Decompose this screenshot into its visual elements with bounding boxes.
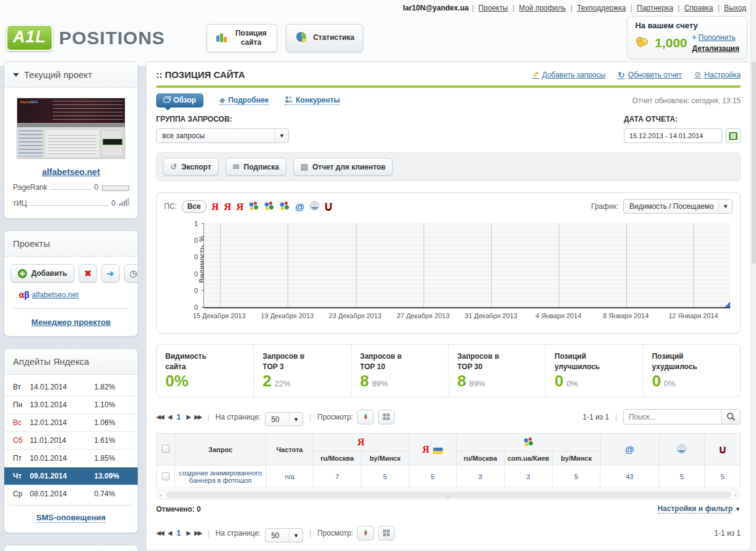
position-cell: 5 bbox=[553, 466, 600, 488]
refresh-report-link[interactable]: ↻Обновить отчет bbox=[618, 70, 682, 80]
settings-link[interactable]: ⚙Настройка bbox=[694, 70, 741, 79]
topbar-link-support[interactable]: Техподдержка bbox=[577, 4, 626, 12]
top-zone: Iar10N@yandex.ua | Проекты | Мой профиль… bbox=[0, 0, 756, 66]
metaua-icon: U bbox=[719, 444, 726, 455]
scroll-left-arrow[interactable]: ‹ bbox=[157, 491, 165, 499]
app-logo[interactable]: A1L POSITIONS bbox=[6, 25, 165, 51]
row-checkbox[interactable] bbox=[162, 472, 170, 480]
graph-type-select[interactable]: Видимость / Посещаемо ▼ bbox=[623, 199, 733, 214]
column-yandex-by[interactable]: by/Минск bbox=[361, 451, 409, 466]
page-scrollbar-thumb[interactable] bbox=[752, 61, 756, 264]
add-queries-link[interactable]: ✎Добавить запросы bbox=[532, 70, 605, 79]
current-page[interactable]: 1 bbox=[176, 412, 181, 421]
subscribe-button[interactable]: ✉Подписка bbox=[226, 158, 286, 176]
nav-statistics-button[interactable]: Статистика bbox=[286, 24, 363, 52]
position-cell: 5 bbox=[361, 466, 409, 488]
yandex-ru-icon[interactable]: Я bbox=[211, 201, 219, 212]
nav-statistics-label: Статистика bbox=[313, 33, 354, 42]
current-page[interactable]: 1 bbox=[176, 528, 181, 537]
first-page-button[interactable]: ◀◀ bbox=[156, 530, 163, 536]
projects-box: Проекты Добавить ✖ ➜ ◷ ⌞ αβ alfabetseo.n… bbox=[4, 230, 138, 337]
selected-count: Отмечено: 0 bbox=[156, 505, 201, 514]
client-report-button[interactable]: ▤Отчет для клиентов bbox=[293, 158, 393, 176]
mailru-icon[interactable]: @ bbox=[294, 202, 305, 211]
prev-page-button[interactable]: ◀ bbox=[167, 413, 171, 420]
search-button[interactable] bbox=[721, 410, 740, 424]
column-query[interactable]: Запрос bbox=[175, 434, 266, 466]
topbar-link-logout[interactable]: Выход bbox=[724, 4, 746, 12]
scrollbar-thumb[interactable]: ||| bbox=[166, 492, 731, 498]
expand-rows-button[interactable]: ▲▼ bbox=[357, 526, 374, 541]
topbar-link-partner[interactable]: Партнерка bbox=[637, 4, 673, 12]
column-google-ru[interactable]: ru/Москва bbox=[456, 451, 504, 466]
chart-resize-handle[interactable] bbox=[725, 302, 730, 307]
horizontal-scrollbar[interactable]: ‹ ||| › bbox=[156, 490, 741, 499]
rambler-icon[interactable] bbox=[310, 201, 320, 213]
stat-worsened: Позиций ухудшилось 00% bbox=[643, 345, 740, 397]
next-page-button[interactable]: ▶ bbox=[186, 530, 190, 536]
topbar-link-profile[interactable]: Мой профиль bbox=[519, 4, 566, 12]
per-page-select[interactable]: 50 ▼ bbox=[265, 528, 303, 542]
column-google-by[interactable]: by/Минск bbox=[553, 451, 600, 466]
topbar-link-help[interactable]: Справка bbox=[684, 4, 713, 12]
column-yandex-ru[interactable]: ru/Москва bbox=[313, 451, 361, 466]
tab-competitors[interactable]: Конкуренты bbox=[285, 96, 340, 105]
last-page-button[interactable]: ▶▶ bbox=[194, 530, 201, 536]
per-page-select[interactable]: 50 ▼ bbox=[265, 412, 303, 426]
site-thumbnail[interactable]: AlphaSEO bbox=[17, 98, 125, 159]
topbar-link-projects[interactable]: Проекты bbox=[478, 4, 508, 12]
tic-label: тИЦ bbox=[13, 199, 27, 208]
column-google-ua[interactable]: com.ua/Киев bbox=[505, 451, 553, 466]
google-ru-icon[interactable] bbox=[248, 201, 259, 213]
grid-view-button[interactable] bbox=[378, 410, 395, 424]
column-frequency[interactable]: Частота bbox=[266, 434, 313, 466]
scroll-right-arrow[interactable]: › bbox=[731, 491, 740, 499]
date-range-input[interactable]: 15.12.2013 - 14.01.2014 bbox=[624, 128, 722, 143]
settings-filter-link[interactable]: Настройки и фильтр bbox=[658, 504, 733, 514]
accent-divider bbox=[156, 85, 741, 88]
calendar-button[interactable] bbox=[726, 128, 741, 143]
select-all-checkbox[interactable] bbox=[162, 445, 170, 453]
pie-chart-icon bbox=[295, 31, 307, 45]
nav-positions-button[interactable]: Позиция сайта bbox=[207, 24, 277, 52]
query-group-label: ГРУППА ЗАПРОСОВ: bbox=[156, 115, 289, 123]
delete-project-button[interactable]: ✖ bbox=[79, 264, 97, 283]
next-page-button[interactable]: ▶ bbox=[186, 413, 190, 420]
details-link[interactable]: Детализация bbox=[692, 44, 739, 53]
topup-link[interactable]: Пополнить bbox=[698, 33, 735, 42]
plus-circle-icon bbox=[18, 269, 27, 278]
grid-view-button[interactable] bbox=[378, 526, 395, 541]
current-site-link[interactable]: alfabetseo.net bbox=[42, 167, 100, 177]
project-site-link[interactable]: alfabetseo.net bbox=[32, 291, 78, 299]
query-group-select[interactable]: все запросы ▼ bbox=[156, 128, 289, 143]
project-manager-link[interactable]: Менеджер проектов bbox=[31, 318, 111, 327]
calendar-icon bbox=[729, 132, 738, 140]
metaua-icon[interactable]: U bbox=[325, 201, 332, 212]
last-page-button[interactable]: ▶▶ bbox=[194, 413, 201, 420]
search-input[interactable] bbox=[624, 410, 721, 424]
query-cell[interactable]: создание анимированного баннера в фотошо… bbox=[175, 466, 266, 488]
yandex-by-icon[interactable]: Я bbox=[224, 201, 231, 212]
history-button[interactable]: ◷ bbox=[124, 264, 138, 283]
details-icon: ◈ bbox=[219, 96, 225, 104]
page-scrollbar[interactable] bbox=[750, 0, 756, 551]
table-row: создание анимированного баннера в фотошо… bbox=[157, 466, 741, 488]
tab-overview[interactable]: Обзор bbox=[156, 93, 203, 107]
graph-label: График: bbox=[591, 202, 618, 211]
position-cell: 43 bbox=[600, 466, 660, 488]
bar-chart-icon bbox=[216, 31, 228, 44]
add-project-button[interactable]: Добавить bbox=[10, 264, 74, 283]
sms-alerts-link[interactable]: SMS-оповещения bbox=[36, 513, 106, 523]
all-engines-button[interactable]: Все bbox=[182, 200, 207, 213]
envelope-icon: ✉ bbox=[233, 162, 240, 171]
prev-page-button[interactable]: ◀ bbox=[167, 530, 171, 536]
current-project-header[interactable]: Текущий проект bbox=[4, 62, 138, 88]
google-by-icon[interactable] bbox=[279, 201, 289, 213]
move-project-button[interactable]: ➜ bbox=[101, 264, 120, 283]
tab-details[interactable]: ◈ Подробнее bbox=[219, 96, 269, 105]
expand-rows-button[interactable]: ▲▼ bbox=[357, 410, 374, 424]
export-button[interactable]: ↺Экспорт bbox=[163, 158, 219, 176]
google-ua-icon[interactable] bbox=[264, 201, 274, 213]
first-page-button[interactable]: ◀◀ bbox=[156, 413, 163, 420]
yandex-ua-icon[interactable]: Я bbox=[236, 201, 243, 212]
